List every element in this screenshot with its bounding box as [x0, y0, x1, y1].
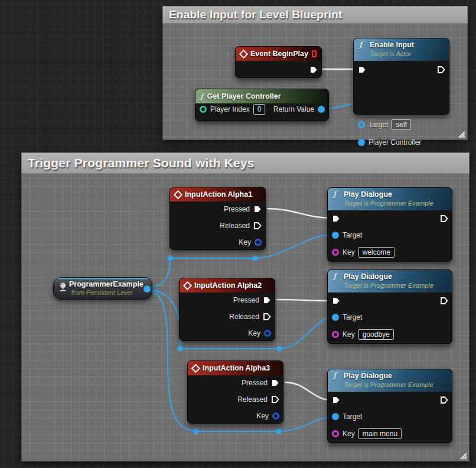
- key-pin[interactable]: [272, 412, 279, 420]
- released-exec-pin[interactable]: [253, 222, 262, 230]
- node-title: InputAction Alpha3: [203, 364, 270, 372]
- key-row: Key: [248, 327, 271, 339]
- node-title: Event BeginPlay: [250, 50, 308, 58]
- pin-label: Key: [343, 330, 355, 339]
- key-row: Key: [256, 410, 279, 422]
- exec-wire-alpha1-dialogue1: [268, 209, 331, 218]
- pin-label: Released: [229, 313, 259, 321]
- pressed-row: Pressed: [233, 294, 271, 306]
- node-title: InputAction Alpha1: [185, 190, 252, 199]
- pressed-exec-pin[interactable]: [271, 379, 279, 387]
- variable-out-pin[interactable]: [144, 285, 151, 292]
- exec-out-pin[interactable]: [437, 66, 445, 74]
- target-value-field[interactable]: self: [392, 119, 411, 130]
- player-index-field[interactable]: 0: [253, 104, 266, 115]
- variable-subtitle: from Persistent Level: [71, 289, 132, 296]
- node-enable-input[interactable]: ƒ Enable Input Target is Actor Target se…: [353, 38, 449, 115]
- released-row: Released: [220, 220, 262, 232]
- pressed-exec-pin[interactable]: [253, 205, 262, 213]
- exec-in-pin[interactable]: [332, 396, 340, 404]
- exec-out-pin[interactable]: [440, 214, 448, 223]
- key-value-field[interactable]: welcome: [358, 247, 395, 258]
- node-header: InputAction Alpha1: [170, 187, 265, 202]
- pressed-row: Pressed: [242, 377, 279, 389]
- node-title: InputAction Alpha2: [194, 281, 262, 290]
- variable-title: ProgrammerExample: [69, 280, 144, 288]
- player-controller-pin[interactable]: [358, 139, 365, 146]
- exec-out-pin[interactable]: [440, 396, 448, 404]
- node-subtitle: Target is Actor: [370, 50, 411, 57]
- function-icon: ƒ: [333, 272, 337, 280]
- node-subtitle: Target is Programmer Example: [344, 200, 433, 207]
- node-title: Get Player Controller: [207, 92, 281, 100]
- key-row: Key welcome: [332, 246, 395, 258]
- event-delegate-icon: [312, 50, 317, 57]
- pin-label: Key: [248, 329, 260, 337]
- node-title: Play Dialogue: [344, 272, 392, 281]
- key-pin[interactable]: [255, 239, 262, 246]
- node-inputaction-alpha2[interactable]: InputAction Alpha2 Pressed Released Key: [179, 278, 275, 341]
- exec-out-pin[interactable]: [440, 297, 448, 305]
- exec-wire-alpha3-dialogue3: [285, 382, 331, 400]
- node-header: ƒ Get Player Controller: [195, 89, 328, 103]
- exec-in-row: [332, 394, 340, 406]
- node-inputaction-alpha1[interactable]: InputAction Alpha1 Pressed Released Key: [169, 187, 266, 250]
- pin-label: Player Controller: [369, 138, 421, 147]
- target-pin[interactable]: [332, 232, 339, 239]
- key-pin[interactable]: [332, 331, 339, 338]
- event-icon: [183, 281, 193, 290]
- exec-out-pin[interactable]: [309, 66, 318, 74]
- target-row: Target: [332, 311, 362, 323]
- node-inputaction-alpha3[interactable]: InputAction Alpha3 Pressed Released Key: [187, 360, 283, 424]
- node-play-dialogue-2[interactable]: ƒ Play Dialogue Target is Programmer Exa…: [327, 269, 452, 344]
- exec-out-row: [437, 64, 445, 76]
- key-pin[interactable]: [332, 430, 339, 437]
- pin-label: Target: [343, 412, 362, 421]
- node-programmer-example[interactable]: ProgrammerExample from Persistent Level: [53, 277, 152, 300]
- event-icon: [239, 49, 249, 58]
- exec-in-row: [332, 213, 340, 225]
- pin-label: Target: [369, 121, 388, 129]
- released-exec-pin[interactable]: [263, 313, 271, 321]
- node-title: Play Dialogue: [344, 190, 392, 199]
- player-index-pin[interactable]: [200, 106, 207, 113]
- pin-label: Key: [256, 412, 269, 420]
- released-row: Released: [229, 311, 271, 323]
- exec-in-pin[interactable]: [358, 66, 366, 74]
- node-header: InputAction Alpha2: [180, 278, 275, 292]
- node-subtitle: Target is Programmer Example: [344, 282, 433, 289]
- target-row: Target self: [358, 119, 411, 131]
- target-pin[interactable]: [358, 121, 365, 128]
- pin-label: Pressed: [242, 379, 268, 387]
- function-icon: ƒ: [359, 41, 363, 48]
- key-pin[interactable]: [332, 249, 339, 256]
- return-value-pin[interactable]: [318, 106, 325, 113]
- blueprint-graph-canvas[interactable]: Enable Input for Level Blueprint Trigger…: [0, 0, 476, 468]
- pin-label: Player Index: [210, 105, 250, 113]
- node-subtitle: Target is Programmer Example: [344, 381, 433, 388]
- node-title: Enable Input: [370, 41, 414, 49]
- pressed-row: Pressed: [224, 203, 262, 215]
- pin-label: Key: [343, 430, 355, 438]
- exec-in-pin[interactable]: [332, 214, 340, 223]
- exec-in-row: [358, 64, 366, 76]
- pin-label: Key: [343, 248, 355, 256]
- function-icon: ƒ: [333, 372, 337, 379]
- target-row: Target: [332, 229, 362, 241]
- exec-in-pin[interactable]: [332, 297, 340, 305]
- pressed-exec-pin[interactable]: [263, 296, 271, 304]
- key-pin[interactable]: [264, 330, 271, 337]
- target-pin[interactable]: [332, 314, 339, 321]
- target-pin[interactable]: [332, 413, 339, 420]
- released-exec-pin[interactable]: [271, 395, 279, 404]
- key-value-field[interactable]: goodbye: [358, 329, 394, 340]
- pin-label: Released: [237, 395, 268, 404]
- key-value-field[interactable]: main menu: [358, 428, 402, 439]
- node-event-beginplay[interactable]: Event BeginPlay: [235, 46, 322, 78]
- exec-in-row: [332, 295, 340, 307]
- node-play-dialogue-3[interactable]: ƒ Play Dialogue Target is Programmer Exa…: [327, 369, 452, 443]
- node-get-player-controller[interactable]: ƒ Get Player Controller Player Index 0 R…: [195, 89, 329, 121]
- exec-out-row: [440, 295, 448, 307]
- node-play-dialogue-1[interactable]: ƒ Play Dialogue Target is Programmer Exa…: [327, 187, 452, 262]
- pin-label: Target: [343, 231, 362, 239]
